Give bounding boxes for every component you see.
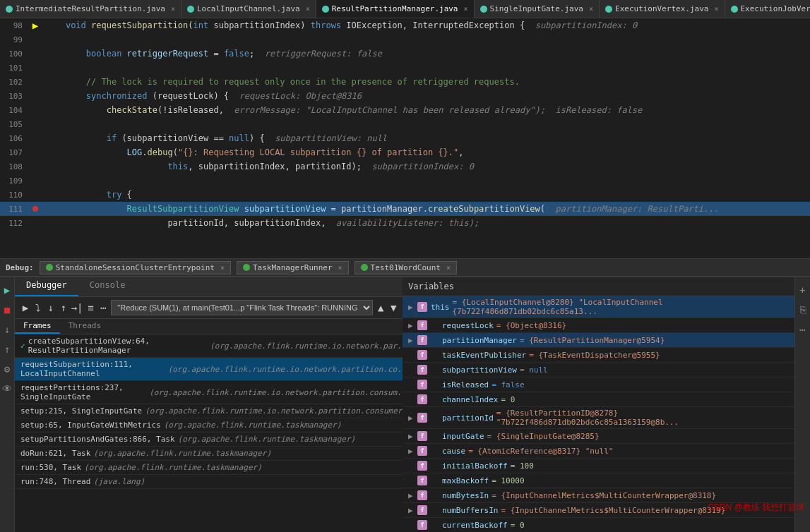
frame-item[interactable]: setup:65, InputGateWithMetrics (org.apac…: [15, 418, 417, 433]
gutter-111: [28, 206, 42, 212]
session-icon: [243, 264, 250, 271]
tab-label: Console: [90, 280, 126, 290]
step-out-button[interactable]: ↑: [59, 300, 69, 315]
var-item-partition-manager[interactable]: ▶ f partitionManager = {ResultPartitionM…: [403, 333, 794, 348]
tab-console[interactable]: Console: [78, 277, 137, 296]
resume-button[interactable]: ▶: [20, 300, 30, 315]
thread-select[interactable]: "Reduce (SUM(1), at main(Test01...p "Fli…: [111, 300, 373, 315]
close-icon[interactable]: ×: [446, 264, 451, 272]
tab-threads[interactable]: Threads: [60, 319, 109, 334]
view-icon[interactable]: 👁: [0, 382, 14, 396]
var-name: this: [431, 303, 450, 312]
frame-item[interactable]: setup:215, SingleInputGate (org.apache.f…: [15, 404, 417, 418]
code-content-98: void requestSubpartition(int subpartitio…: [42, 20, 810, 30]
code-line-101: 101: [0, 61, 810, 75]
copy-icon[interactable]: ⎘: [796, 303, 810, 317]
expand-icon[interactable]: ▶: [408, 321, 417, 330]
expand-icon[interactable]: ▶: [408, 506, 417, 515]
var-item-subpartition-view[interactable]: ▶ f subpartitionView = null: [403, 363, 794, 377]
debugger-panel: Debugger Console ▶ ⤵ ↓ ↑ →| ≡ ⋯ "Reduce …: [15, 277, 417, 532]
var-value: = 100: [511, 461, 534, 471]
frame-item[interactable]: run:530, Task (org.apache.flink.runtime.…: [15, 461, 417, 475]
close-icon[interactable]: ×: [464, 5, 468, 13]
step-over-button[interactable]: ⤵: [33, 300, 43, 315]
expand-icon[interactable]: ▶: [408, 447, 417, 456]
frame-item[interactable]: ✓ createSubpartitionView:64, ResultParti…: [15, 334, 417, 358]
frame-item-active[interactable]: requestSubpartition:111, LocalInputChann…: [15, 358, 417, 381]
frame-item[interactable]: setupPartitionsAndGates:866, Task (org.a…: [15, 433, 417, 447]
close-icon[interactable]: ×: [338, 264, 343, 272]
tab-execution-vertex[interactable]: ExecutionVertex.java ×: [600, 0, 725, 18]
debug-session-task-manager[interactable]: TaskManagerRunner ×: [237, 261, 349, 274]
more-button[interactable]: ⋯: [98, 300, 108, 315]
close-icon[interactable]: ×: [306, 5, 310, 13]
var-item-task-event[interactable]: ▶ f taskEventPublisher = {TaskEventDispa…: [403, 348, 794, 363]
var-item-partition-id[interactable]: ▶ f partitionId = {ResultPartitionID@827…: [403, 407, 794, 429]
frames-up-button[interactable]: ▲: [376, 300, 386, 315]
step-out-icon[interactable]: ↑: [0, 342, 14, 356]
tab-debugger[interactable]: Debugger: [15, 277, 78, 296]
breakpoint-icon[interactable]: [32, 206, 38, 212]
close-icon[interactable]: ×: [714, 5, 718, 13]
var-item-input-gate[interactable]: ▶ f inputGate = {SingleInputGate@8285}: [403, 429, 794, 444]
frame-item[interactable]: doRun:621, Task (org.apache.flink.runtim…: [15, 447, 417, 461]
evaluate-button[interactable]: ≡: [85, 300, 95, 315]
var-item-requestlock[interactable]: ▶ f requestLock = {Object@8316}: [403, 318, 794, 333]
var-name: inputGate: [442, 432, 484, 441]
tab-result-partition-manager[interactable]: ResultPartitionManager.java ×: [316, 0, 475, 18]
tab-intermediate-result-partition[interactable]: IntermediateResultPartition.java ×: [0, 0, 181, 18]
resume-icon[interactable]: ▶: [0, 283, 14, 297]
var-name: currentBackoff: [442, 521, 508, 530]
step-over-icon[interactable]: ■: [0, 303, 14, 317]
code-content-112: partitionId, subpartitionIndex, availabi…: [42, 218, 810, 228]
tab-execution-job-vertex[interactable]: ExecutionJobVertex.java ×: [725, 0, 811, 18]
var-name: subpartitionView: [442, 365, 517, 375]
more-icon[interactable]: ⋯: [796, 322, 810, 337]
var-item-current-backoff[interactable]: ▶ f currentBackoff = 0: [403, 518, 794, 532]
tab-frames[interactable]: Frames: [15, 319, 60, 334]
frame-item[interactable]: run:748, Thread (java.lang): [15, 475, 417, 489]
var-type-icon: f: [417, 430, 428, 442]
code-line-99: 99: [0, 32, 810, 47]
close-icon[interactable]: ×: [220, 264, 225, 272]
var-value: = 10000: [492, 476, 524, 485]
expand-icon[interactable]: ▶: [408, 432, 417, 441]
frames-down-button[interactable]: ▼: [388, 300, 398, 315]
frame-path: (org.apache.flink.runtime.taskmanager): [93, 449, 271, 458]
var-item-is-released[interactable]: ▶ f isReleased = false: [403, 377, 794, 392]
tab-local-input-channel[interactable]: LocalInputChannel.java ×: [181, 0, 316, 18]
debug-session-test01[interactable]: Test01WordCount ×: [355, 261, 457, 274]
side-toolbar: ▶ ■ ↓ ↑ ⚙ 👁: [0, 277, 15, 532]
frame-name: setup:65, InputGateWithMetrics: [20, 421, 161, 430]
var-item-initial-backoff[interactable]: ▶ f initialBackoff = 100: [403, 459, 794, 473]
var-name: initialBackoff: [442, 461, 508, 471]
step-into-icon[interactable]: ↓: [0, 322, 14, 337]
var-item-num-bytes-in[interactable]: ▶ f numBytesIn = {InputChannelMetrics$Mu…: [403, 488, 794, 503]
line-number: 98: [0, 21, 28, 30]
var-item-this[interactable]: ▶ f this = {LocalInputChannel@8280} "Loc…: [403, 296, 794, 318]
step-into-button[interactable]: ↓: [46, 300, 56, 315]
frame-item[interactable]: requestPartitions:237, SingleInputGate (…: [15, 381, 417, 404]
var-item-channel-index[interactable]: ▶ f channelIndex = 0: [403, 392, 794, 407]
expand-icon[interactable]: ▶: [408, 336, 417, 345]
var-type-icon: f: [417, 301, 428, 313]
line-number: 102: [0, 78, 28, 87]
tab-label: IntermediateResultPartition.java: [16, 4, 165, 13]
debugger-section: ▶ ■ ↓ ↑ ⚙ 👁 Debugger Console ▶ ⤵ ↓: [0, 277, 403, 532]
line-number: 108: [0, 162, 28, 171]
run-to-cursor-button[interactable]: →|: [71, 300, 83, 315]
var-item-cause[interactable]: ▶ f cause = {AtomicReference@8317} "null…: [403, 444, 794, 459]
watermark: CSDN @教练·我想打篮球: [708, 502, 804, 514]
close-icon[interactable]: ×: [589, 5, 593, 13]
tab-single-input-gate[interactable]: SingleInputGate.java ×: [475, 0, 600, 18]
close-icon[interactable]: ×: [171, 5, 175, 13]
variables-title: Variables: [408, 282, 454, 291]
expand-icon[interactable]: ▶: [408, 491, 417, 500]
code-content-107: LOG.debug("{}: Requesting LOCAL subparti…: [42, 147, 810, 157]
debug-session-standalone[interactable]: StandaloneSessionClusterEntrypoint ×: [40, 261, 231, 274]
var-item-max-backoff[interactable]: ▶ f maxBackoff = 10000: [403, 473, 794, 488]
expand-icon[interactable]: ▶: [408, 303, 417, 312]
expand-icon[interactable]: ▶: [408, 413, 417, 423]
settings-icon[interactable]: ⚙: [0, 362, 14, 376]
add-watch-icon[interactable]: +: [796, 283, 810, 297]
